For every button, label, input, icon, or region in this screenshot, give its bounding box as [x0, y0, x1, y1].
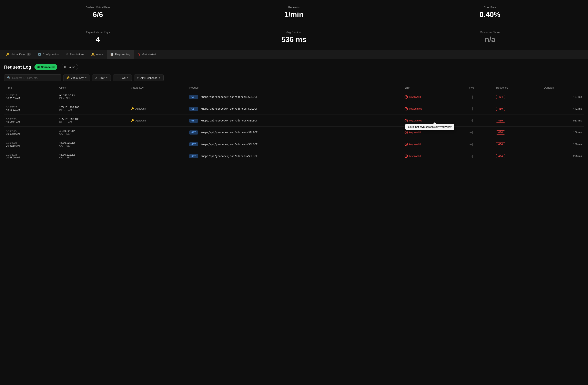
row-time: 10:55:03 AM [6, 97, 55, 100]
client-cell: 185.161.202.103 DE → HAM [59, 106, 127, 112]
row-time: 10:53:58 AM [6, 144, 55, 147]
tab-alerts[interactable]: 🔔 Alerts [88, 50, 106, 59]
fwd-arrow: →| [469, 119, 473, 122]
tab-configuration[interactable]: ⚙️ Configuration [35, 50, 62, 59]
key-icon: 🔑 [6, 53, 9, 56]
search-wrap[interactable]: 🔍 [4, 74, 61, 81]
table-row[interactable]: 1/10/2025 10:54:44 AM 185.161.202.103 DE… [4, 103, 584, 115]
response-badge: 404 [496, 142, 505, 146]
fwd-filter-label: Fwd [121, 76, 126, 79]
tab-alerts-label: Alerts [96, 53, 103, 56]
client-ip: 45.90.222.12 [59, 153, 127, 156]
error-code: key:invalid [409, 155, 421, 158]
connected-label: Connected [41, 66, 54, 68]
connected-button[interactable]: ⇄ Connected [35, 64, 57, 70]
response-badge: 410 [496, 119, 505, 123]
stats-section: Enabled Virtual Keys 6/6 Requests 1/min … [0, 0, 588, 50]
error-circle-icon: ✕ [405, 155, 408, 158]
log-table: Time Client Virtual Key Request Error Fw… [4, 85, 584, 162]
error-circle-icon: ✕ [405, 143, 408, 146]
table-row[interactable]: 1/10/2025 10:53:50 AM 45.90.222.12 CA → … [4, 150, 584, 162]
client-route: IN → SIN [59, 97, 127, 100]
tab-request-log[interactable]: 📋 Request Log [107, 50, 134, 59]
row-time: 10:54:41 AM [6, 121, 55, 123]
duration-cell: 278 ms [542, 150, 584, 162]
tab-virtual-keys[interactable]: 🔑 Virtual Keys 6 [2, 50, 34, 59]
method-badge: GET [189, 154, 198, 158]
method-badge: GET [189, 95, 198, 99]
error-content: ✕ key:expired [405, 119, 465, 122]
row-date: 1/10/2025 [6, 106, 55, 109]
virtual-key-cell-empty [129, 91, 187, 103]
error-code: key:expired [409, 107, 422, 110]
chevron-down-icon-3: ▼ [127, 77, 129, 79]
virtual-key-filter[interactable]: 🔑 Virtual Key ▼ [63, 74, 90, 81]
bell-icon: 🔔 [91, 53, 95, 56]
chevron-down-icon: ▼ [85, 77, 87, 79]
error-tooltip: could not cryptographically verify key [405, 124, 454, 130]
stat-avg-runtime-label: Avg Runtime [200, 31, 388, 34]
table-row[interactable]: 1/10/2025 10:54:41 AM 185.161.202.103 DE… [4, 115, 584, 127]
client-ip: 45.90.222.12 [59, 129, 127, 133]
response-badge: 404 [496, 154, 505, 158]
error-code: key:invalid [409, 95, 421, 98]
virtual-key-cell-empty [129, 127, 187, 138]
method-badge: GET [189, 131, 198, 135]
table-row[interactable]: 1/10/2025 10:55:03 AM 94.156.30.83 IN → … [4, 91, 584, 103]
col-client: Client [57, 85, 129, 91]
error-filter[interactable]: ⚠ Error ▼ [92, 74, 111, 81]
table-row[interactable]: 1/10/2025 10:53:58 AM 45.90.222.12 CA → … [4, 138, 584, 150]
fwd-arrow: →| [469, 131, 473, 134]
stat-requests-value: 1/min [200, 10, 388, 19]
time-cell: 1/10/2025 10:55:03 AM [6, 94, 55, 100]
client-ip: 94.156.30.83 [59, 94, 127, 97]
tab-configuration-label: Configuration [43, 53, 59, 56]
virtual-key-filter-label: Virtual Key [71, 76, 84, 79]
connected-icon: ⇄ [37, 66, 40, 68]
col-time: Time [4, 85, 57, 91]
duration-cell: 513 ms [542, 115, 584, 127]
api-response-filter[interactable]: ↩ API Response ▼ [134, 74, 164, 81]
client-cell: 45.90.222.12 CA → SEA [59, 129, 127, 135]
tab-restrictions[interactable]: ⊗ Restrictions [63, 50, 87, 59]
stat-expired-virtual-keys: Expired Virtual Keys 4 [0, 25, 196, 50]
fwd-arrow: →| [469, 95, 473, 99]
client-route: CA → SEA [59, 133, 127, 135]
table-row[interactable]: 1/10/2025 10:53:59 AM 45.90.222.12 CA → … [4, 127, 584, 138]
col-request: Request [187, 85, 402, 91]
stat-response-status-label: Response Status [396, 31, 584, 34]
pause-button[interactable]: ⏸ Pause [61, 64, 78, 70]
search-input[interactable] [12, 76, 58, 79]
error-cell: ✕ key:invalid [405, 143, 465, 146]
api-response-filter-icon: ↩ [137, 76, 139, 79]
stat-avg-runtime-value: 536 ms [200, 35, 388, 44]
fwd-arrow: →| [469, 107, 473, 111]
stat-error-rate-label: Error Rate [396, 6, 584, 9]
fwd-filter[interactable]: →| Fwd ▼ [113, 74, 132, 81]
request-path: /maps/api/geocode/json?address=SELECT [201, 143, 257, 146]
row-time: 10:53:59 AM [6, 133, 55, 135]
filter-bar: 🔍 🔑 Virtual Key ▼ ⚠ Error ▼ →| Fwd ▼ ↩ A… [4, 74, 584, 81]
time-cell: 1/10/2025 10:53:59 AM [6, 130, 55, 135]
tab-restrictions-label: Restrictions [70, 53, 84, 56]
stat-avg-runtime: Avg Runtime 536 ms [196, 25, 392, 50]
virtual-keys-badge: 6 [27, 53, 31, 56]
client-cell: 45.90.222.12 CA → SEA [59, 153, 127, 159]
client-cell: 94.156.30.83 IN → SIN [59, 94, 127, 100]
key-icon: 🔑 [131, 119, 134, 122]
row-time: 10:53:50 AM [6, 156, 55, 159]
virtual-key-name: AppsOnly [135, 107, 146, 110]
client-route: DE → HAM [59, 109, 127, 112]
tab-get-started[interactable]: ❓ Get started [134, 50, 159, 59]
tab-get-started-label: Get started [142, 53, 156, 56]
error-cell: ✕ key:invalid [405, 131, 465, 134]
warning-filter-icon: ⚠ [95, 76, 98, 79]
client-ip: 185.161.202.103 [59, 106, 127, 109]
error-filter-label: Error [99, 76, 105, 79]
duration-cell: 108 ms [542, 127, 584, 138]
tab-bar: 🔑 Virtual Keys 6 ⚙️ Configuration ⊗ Rest… [0, 50, 588, 59]
response-badge: 410 [496, 107, 505, 111]
error-cell: ✕ key:expired could not cryptographicall… [405, 119, 465, 122]
error-code: key:expired [409, 119, 422, 122]
row-date: 1/10/2025 [6, 153, 55, 156]
